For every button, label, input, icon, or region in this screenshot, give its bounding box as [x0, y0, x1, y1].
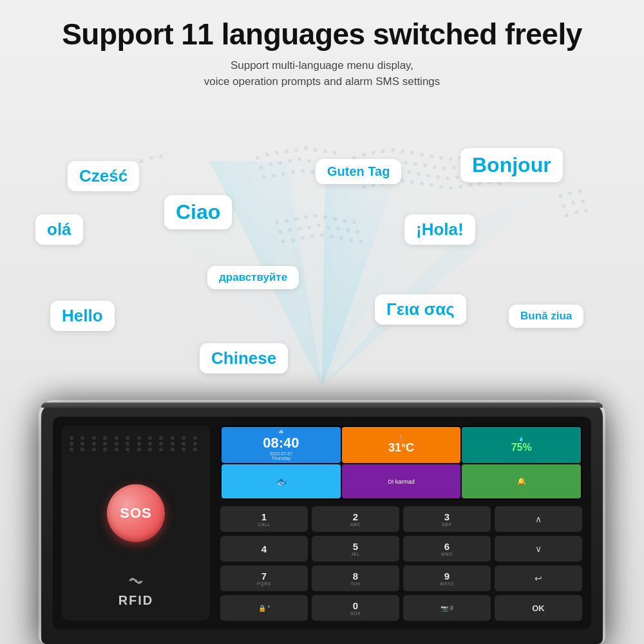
speaker-dot [126, 448, 129, 451]
speaker-dot [126, 436, 129, 440]
header-section: Support 11 languages switched freely Sup… [0, 0, 644, 97]
speaker-dot [137, 442, 141, 446]
device-top-edge [41, 402, 603, 408]
speaker-dot [115, 448, 118, 451]
keypad: 1 CALL 2 ABC 3 DEF [220, 506, 582, 621]
speaker-dot [115, 442, 118, 446]
speaker-dot [159, 448, 163, 451]
lang-bubble-russian: дравствуйте [207, 266, 299, 289]
main-title: Support 11 languages switched freely [13, 18, 631, 51]
svg-point-158 [135, 580, 137, 582]
middle-panel: ☁️ 08:40 2023-07-07 Thursday 🌡️ 31°C [220, 426, 582, 621]
speaker-dot [193, 436, 197, 440]
speaker-dot [193, 448, 197, 451]
key-1[interactable]: 1 CALL [220, 506, 308, 532]
key-hash[interactable]: 📷 # [403, 595, 491, 621]
speaker-dot [70, 442, 73, 446]
speaker-grid [70, 436, 202, 451]
speaker-dot [171, 436, 175, 440]
lang-bubble-hello: Hello [50, 301, 115, 331]
device-body: SOS RFID [41, 402, 603, 644]
speaker-dot [137, 448, 141, 451]
speaker-dot [171, 442, 175, 446]
key-nav-down[interactable]: ∨ [495, 536, 582, 562]
speaker-dot [92, 436, 96, 440]
device-container: SOS RFID [39, 400, 605, 644]
speaker-dot [80, 436, 84, 440]
lang-bubble-romanian: Bună ziua [509, 305, 583, 328]
speaker-dot [182, 442, 185, 446]
speaker-dot [103, 448, 107, 451]
speaker-dot [148, 442, 152, 446]
sos-button[interactable]: SOS [107, 484, 165, 542]
key-ok[interactable]: OK [495, 595, 582, 621]
left-panel: SOS RFID [62, 426, 210, 621]
page-container: Support 11 languages switched freely Sup… [0, 0, 644, 644]
rfid-text: RFID [118, 593, 154, 608]
speaker-dot [80, 448, 84, 451]
subtitle: Support multi-language menu display, voi… [13, 57, 631, 90]
speaker-dot [92, 442, 96, 446]
key-7[interactable]: 7 PQRS [220, 565, 308, 591]
device-frame: SOS RFID [39, 400, 605, 644]
speaker-dot [159, 442, 163, 446]
speaker-dot [182, 448, 185, 451]
device-screen: ☁️ 08:40 2023-07-07 Thursday 🌡️ 31°C [220, 426, 582, 500]
rfid-waves-icon [126, 574, 146, 591]
rfid-label: RFID [118, 574, 154, 608]
key-2[interactable]: 2 ABC [312, 506, 399, 532]
key-6[interactable]: 6 MNO [403, 536, 491, 562]
lang-bubble-french: Bonjour [460, 148, 563, 182]
screen-tile-temp: 🌡️ 31°C [342, 427, 461, 463]
speaker-dot [80, 442, 84, 446]
lang-bubble-german: Guten Tag [316, 159, 401, 184]
screen-tile-humidity: 💧 75% [462, 427, 581, 463]
lang-bubble-czech: Cześć [68, 161, 139, 191]
key-9[interactable]: 9 WXYZ [403, 565, 491, 591]
screen-tile-4: 🐟 [222, 464, 341, 498]
speaker-dot [115, 436, 118, 440]
lang-bubble-italian: Ciao [164, 195, 232, 229]
speaker-dot [70, 448, 73, 451]
speaker-dot [103, 436, 107, 440]
speaker-dot [171, 448, 175, 451]
speaker-dot [193, 442, 197, 446]
speaker-dot [182, 436, 185, 440]
key-5[interactable]: 5 JKL [312, 536, 399, 562]
key-4[interactable]: 4 [220, 536, 308, 562]
speaker-dot [159, 436, 163, 440]
screen-tile-5: DI karmad [342, 464, 461, 498]
key-lock[interactable]: 🔒 * [220, 595, 308, 621]
key-3[interactable]: 3 DEF [403, 506, 491, 532]
key-8[interactable]: 8 TUV [312, 565, 399, 591]
device-inner: SOS RFID [53, 417, 591, 630]
speaker-dot [137, 436, 141, 440]
speaker-dot [126, 442, 129, 446]
speaker-dot [148, 448, 152, 451]
speaker-dot [70, 436, 73, 440]
speaker-dot [103, 442, 107, 446]
speaker-dot [92, 448, 96, 451]
lang-bubble-spanish: ¡Hola! [404, 214, 475, 245]
speaker-dot [148, 436, 152, 440]
lang-bubble-chinese: Chinese [200, 343, 288, 374]
lang-bubble-portuguese: olá [35, 214, 83, 245]
key-0[interactable]: 0 SOS [312, 595, 399, 621]
key-nav-up[interactable]: ∧ [495, 506, 582, 532]
screen-tile-6: 🔔 [462, 464, 581, 498]
key-back[interactable]: ↩ [495, 565, 582, 591]
screen-tile-clock: ☁️ 08:40 2023-07-07 Thursday [222, 427, 341, 463]
bubbles-area: Cześć Ciao Guten Tag Bonjour olá ¡Hola! … [0, 100, 644, 409]
lang-bubble-greek: Γεια σας [375, 294, 466, 325]
